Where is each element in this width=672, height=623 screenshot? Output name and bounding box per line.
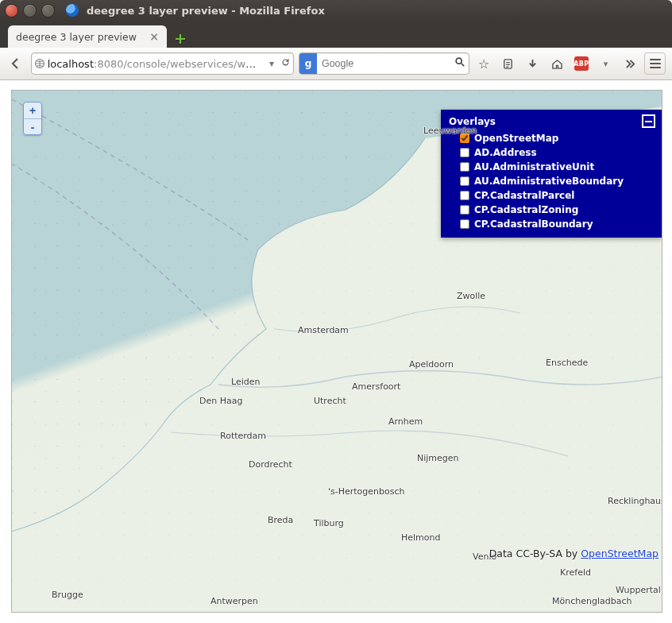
arrow-left-icon [10,57,22,70]
city-label: Amsterdam [298,325,349,335]
layer-switcher-minimize-button[interactable] [642,114,655,128]
city-label: Arnhem [388,416,423,427]
city-label: Helmond [401,532,441,543]
layer-switcher-panel: Overlays OpenStreetMapAD.AddressAU.Admin… [441,110,662,238]
reload-icon [280,57,291,68]
chevron-double-right-icon [624,58,636,70]
window-titlebar: deegree 3 layer preview - Mozilla Firefo… [0,0,672,21]
search-input[interactable] [317,58,451,69]
reading-list-button[interactable] [499,53,519,74]
city-label: Apeldoorn [409,359,454,370]
layer-checkbox[interactable] [460,219,469,229]
city-label: Zwolle [457,291,485,301]
layer-item[interactable]: CP.CadastralZoning [460,203,655,217]
url-dropdown-button[interactable]: ▾ [265,58,279,69]
tab-close-button[interactable]: × [149,30,159,43]
svg-line-4 [462,64,465,67]
home-button[interactable] [547,53,567,74]
abp-badge-icon: ABP [574,56,589,71]
attribution-prefix: Data CC-By-SA by [489,548,581,559]
layer-item[interactable]: AU.AdministrativeUnit [460,160,655,174]
city-label: 's-Hertogenbosch [328,486,405,497]
svg-point-3 [456,58,462,64]
globe-icon [34,58,45,69]
map-viewport[interactable]: + - Overlays OpenStreetMapAD.AddressAU.A… [11,90,662,613]
layer-label: AU.AdministrativeBoundary [474,176,624,187]
city-label: Utrecht [314,396,346,406]
url-host: localhost [48,58,94,70]
new-tab-button[interactable] [173,30,187,48]
layer-item[interactable]: AD.Address [460,145,655,160]
page-content: + - Overlays OpenStreetMapAD.AddressAU.A… [0,80,672,623]
search-bar[interactable]: g [299,52,469,75]
city-label: Enschede [546,358,588,368]
city-label: Tilburg [314,518,344,528]
zoom-in-button[interactable]: + [24,103,41,118]
svg-rect-1 [176,38,185,40]
city-label: Leeuwarden [423,126,477,136]
city-label: Nijmegen [417,453,459,463]
city-label: Venlo [473,551,496,562]
window-title: deegree 3 layer preview - Mozilla Firefo… [87,5,325,17]
site-identity-icon[interactable] [32,58,48,69]
layer-item[interactable]: CP.CadastralBoundary [460,217,655,231]
clipboard-icon [502,58,514,70]
city-label: Antwerpen [210,596,258,606]
city-label: Leiden [231,377,260,387]
bookmark-star-button[interactable]: ☆ [474,53,494,74]
layer-checkbox[interactable] [460,205,469,215]
layer-checkbox[interactable] [460,162,469,172]
downloads-button[interactable] [523,53,543,74]
layer-label: CP.CadastralParcel [474,190,574,201]
magnifier-icon [454,56,465,68]
layer-list: OpenStreetMapAD.AddressAU.Administrative… [449,131,655,231]
city-label: Recklinghausen [608,496,662,506]
city-label: Dordrecht [249,459,292,470]
reload-button[interactable] [279,57,293,70]
zoom-out-button[interactable]: - [24,118,41,134]
url-bar[interactable]: localhost:8080/console/webservices/wms/w… [31,52,294,75]
city-label: Wuppertal [616,585,661,595]
layer-switcher-title: Overlays [449,116,496,127]
city-label: Breda [268,515,293,525]
window-close-button[interactable] [5,4,18,17]
url-text: localhost:8080/console/webservices/wms/w… [48,58,265,70]
layer-checkbox[interactable] [460,148,469,157]
layer-checkbox[interactable] [460,191,469,200]
layer-label: CP.CadastralBoundary [474,219,593,230]
city-label: Krefeld [560,567,591,578]
url-path: :8080/console/webservices/wms/wi [94,58,265,70]
layer-item[interactable]: CP.CadastralParcel [460,188,655,203]
window-maximize-button[interactable] [41,4,55,17]
city-label: Brugge [52,590,83,600]
attribution-link[interactable]: OpenStreetMap [581,548,658,559]
overflow-button[interactable] [620,53,640,74]
layer-checkbox[interactable] [460,134,469,143]
search-go-button[interactable] [451,56,469,71]
zoom-control: + - [23,102,42,135]
layer-item[interactable]: OpenStreetMap [460,131,655,145]
abp-dropdown[interactable]: ▾ [596,53,616,74]
hamburger-menu-button[interactable] [644,52,666,75]
city-label: Amersfoort [352,381,400,392]
tab-active[interactable]: deegree 3 layer preview × [8,25,167,48]
download-icon [527,58,539,70]
search-engine-icon[interactable]: g [299,53,317,74]
layer-label: OpenStreetMap [474,133,558,144]
city-label: Rotterdam [220,431,266,441]
home-icon [551,58,563,70]
map-attribution: Data CC-By-SA by OpenStreetMap [489,548,658,559]
window-minimize-button[interactable] [23,4,37,17]
adblock-button[interactable]: ABP [572,53,592,74]
layer-checkbox[interactable] [460,176,469,186]
city-label: Mönchengladbach [552,596,631,606]
layer-label: CP.CadastralZoning [474,204,578,215]
map-basemap-svg [12,91,662,613]
back-button[interactable] [6,53,26,74]
plus-icon [174,33,187,45]
layer-label: AU.AdministrativeUnit [474,161,594,172]
layer-label: AD.Address [474,147,537,158]
navigation-toolbar: localhost:8080/console/webservices/wms/w… [0,48,672,80]
layer-item[interactable]: AU.AdministrativeBoundary [460,174,655,188]
tab-strip: deegree 3 layer preview × [0,21,672,48]
